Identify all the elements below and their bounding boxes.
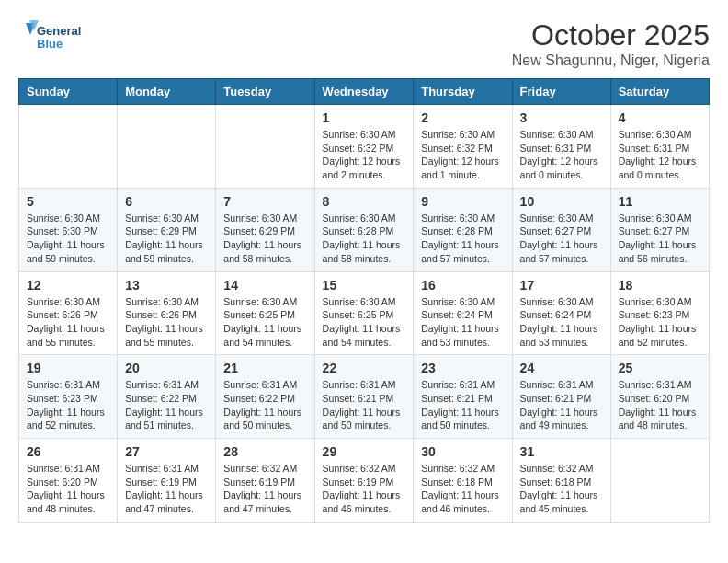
calendar-day-22: 22Sunrise: 6:31 AM Sunset: 6:21 PM Dayli… bbox=[314, 355, 414, 439]
svg-text:Blue: Blue bbox=[37, 37, 63, 51]
calendar-day-13: 13Sunrise: 6:30 AM Sunset: 6:26 PM Dayli… bbox=[118, 271, 216, 355]
logo: General Blue bbox=[18, 18, 92, 60]
day-number: 31 bbox=[520, 444, 603, 459]
day-number: 28 bbox=[223, 444, 306, 459]
day-info: Sunrise: 6:30 AM Sunset: 6:24 PM Dayligh… bbox=[520, 295, 603, 350]
day-info: Sunrise: 6:30 AM Sunset: 6:26 PM Dayligh… bbox=[125, 295, 208, 350]
day-number: 15 bbox=[323, 278, 406, 293]
calendar-empty-cell bbox=[118, 105, 216, 189]
day-number: 8 bbox=[323, 194, 406, 209]
calendar-day-18: 18Sunrise: 6:30 AM Sunset: 6:23 PM Dayli… bbox=[610, 271, 709, 355]
calendar-day-2: 2Sunrise: 6:30 AM Sunset: 6:32 PM Daylig… bbox=[414, 105, 512, 189]
calendar-day-19: 19Sunrise: 6:31 AM Sunset: 6:23 PM Dayli… bbox=[19, 355, 118, 439]
svg-text:General: General bbox=[37, 24, 81, 38]
day-number: 24 bbox=[520, 361, 603, 375]
calendar-day-15: 15Sunrise: 6:30 AM Sunset: 6:25 PM Dayli… bbox=[314, 271, 414, 355]
day-number: 26 bbox=[27, 444, 109, 459]
day-number: 14 bbox=[223, 278, 306, 293]
day-number: 1 bbox=[323, 110, 406, 125]
day-info: Sunrise: 6:32 AM Sunset: 6:18 PM Dayligh… bbox=[520, 462, 603, 516]
day-info: Sunrise: 6:31 AM Sunset: 6:23 PM Dayligh… bbox=[27, 378, 109, 432]
calendar-day-29: 29Sunrise: 6:32 AM Sunset: 6:19 PM Dayli… bbox=[314, 439, 414, 523]
day-number: 18 bbox=[619, 278, 701, 293]
month-title: October 2025 bbox=[512, 18, 710, 52]
day-info: Sunrise: 6:30 AM Sunset: 6:27 PM Dayligh… bbox=[520, 212, 603, 266]
day-info: Sunrise: 6:31 AM Sunset: 6:19 PM Dayligh… bbox=[125, 462, 208, 516]
calendar-week-row: 1Sunrise: 6:30 AM Sunset: 6:32 PM Daylig… bbox=[19, 105, 710, 189]
calendar-day-28: 28Sunrise: 6:32 AM Sunset: 6:19 PM Dayli… bbox=[216, 439, 314, 523]
weekday-header-friday: Friday bbox=[512, 79, 610, 105]
calendar-day-16: 16Sunrise: 6:30 AM Sunset: 6:24 PM Dayli… bbox=[414, 271, 512, 355]
calendar-day-12: 12Sunrise: 6:30 AM Sunset: 6:26 PM Dayli… bbox=[19, 271, 118, 355]
day-number: 30 bbox=[421, 444, 504, 459]
page-header: General Blue October 2025 New Shagunnu, … bbox=[18, 18, 710, 69]
day-info: Sunrise: 6:31 AM Sunset: 6:22 PM Dayligh… bbox=[223, 378, 306, 432]
day-number: 21 bbox=[223, 361, 306, 375]
day-info: Sunrise: 6:32 AM Sunset: 6:19 PM Dayligh… bbox=[223, 462, 306, 516]
day-number: 5 bbox=[27, 194, 109, 209]
day-number: 9 bbox=[421, 194, 504, 209]
day-number: 16 bbox=[421, 278, 504, 293]
calendar-day-11: 11Sunrise: 6:30 AM Sunset: 6:27 PM Dayli… bbox=[610, 188, 709, 271]
calendar-day-3: 3Sunrise: 6:30 AM Sunset: 6:31 PM Daylig… bbox=[512, 105, 610, 189]
calendar-day-1: 1Sunrise: 6:30 AM Sunset: 6:32 PM Daylig… bbox=[314, 105, 414, 189]
day-info: Sunrise: 6:31 AM Sunset: 6:21 PM Dayligh… bbox=[421, 378, 504, 432]
weekday-header-row: SundayMondayTuesdayWednesdayThursdayFrid… bbox=[19, 79, 710, 105]
day-info: Sunrise: 6:30 AM Sunset: 6:31 PM Dayligh… bbox=[520, 128, 603, 182]
day-info: Sunrise: 6:30 AM Sunset: 6:27 PM Dayligh… bbox=[619, 212, 701, 266]
calendar-day-31: 31Sunrise: 6:32 AM Sunset: 6:18 PM Dayli… bbox=[512, 439, 610, 523]
calendar-day-25: 25Sunrise: 6:31 AM Sunset: 6:20 PM Dayli… bbox=[610, 355, 709, 439]
day-info: Sunrise: 6:30 AM Sunset: 6:32 PM Dayligh… bbox=[421, 128, 504, 182]
day-info: Sunrise: 6:31 AM Sunset: 6:21 PM Dayligh… bbox=[520, 378, 603, 432]
day-number: 25 bbox=[619, 361, 701, 375]
day-number: 2 bbox=[421, 110, 504, 125]
day-info: Sunrise: 6:31 AM Sunset: 6:20 PM Dayligh… bbox=[27, 462, 109, 516]
weekday-header-wednesday: Wednesday bbox=[314, 79, 414, 105]
weekday-header-thursday: Thursday bbox=[414, 79, 512, 105]
day-info: Sunrise: 6:32 AM Sunset: 6:18 PM Dayligh… bbox=[421, 462, 504, 516]
day-number: 4 bbox=[619, 110, 701, 125]
day-info: Sunrise: 6:30 AM Sunset: 6:23 PM Dayligh… bbox=[619, 295, 701, 350]
calendar-day-6: 6Sunrise: 6:30 AM Sunset: 6:29 PM Daylig… bbox=[118, 188, 216, 271]
calendar-day-24: 24Sunrise: 6:31 AM Sunset: 6:21 PM Dayli… bbox=[512, 355, 610, 439]
day-info: Sunrise: 6:31 AM Sunset: 6:20 PM Dayligh… bbox=[619, 378, 701, 432]
day-info: Sunrise: 6:32 AM Sunset: 6:19 PM Dayligh… bbox=[323, 462, 406, 516]
calendar-day-8: 8Sunrise: 6:30 AM Sunset: 6:28 PM Daylig… bbox=[314, 188, 414, 271]
day-info: Sunrise: 6:30 AM Sunset: 6:24 PM Dayligh… bbox=[421, 295, 504, 350]
day-number: 29 bbox=[323, 444, 406, 459]
title-section: October 2025 New Shagunnu, Niger, Nigeri… bbox=[512, 18, 710, 69]
day-number: 22 bbox=[323, 361, 406, 375]
day-info: Sunrise: 6:30 AM Sunset: 6:29 PM Dayligh… bbox=[125, 212, 208, 266]
day-number: 27 bbox=[125, 444, 208, 459]
calendar-week-row: 26Sunrise: 6:31 AM Sunset: 6:20 PM Dayli… bbox=[19, 439, 710, 523]
day-number: 20 bbox=[125, 361, 208, 375]
day-info: Sunrise: 6:31 AM Sunset: 6:21 PM Dayligh… bbox=[323, 378, 406, 432]
day-info: Sunrise: 6:30 AM Sunset: 6:28 PM Dayligh… bbox=[323, 212, 406, 266]
calendar-empty-cell bbox=[216, 105, 314, 189]
day-info: Sunrise: 6:30 AM Sunset: 6:31 PM Dayligh… bbox=[619, 128, 701, 182]
calendar-day-9: 9Sunrise: 6:30 AM Sunset: 6:28 PM Daylig… bbox=[414, 188, 512, 271]
day-number: 17 bbox=[520, 278, 603, 293]
day-number: 3 bbox=[520, 110, 603, 125]
calendar-day-26: 26Sunrise: 6:31 AM Sunset: 6:20 PM Dayli… bbox=[19, 439, 118, 523]
day-number: 11 bbox=[619, 194, 701, 209]
calendar-day-14: 14Sunrise: 6:30 AM Sunset: 6:25 PM Dayli… bbox=[216, 271, 314, 355]
calendar-day-30: 30Sunrise: 6:32 AM Sunset: 6:18 PM Dayli… bbox=[414, 439, 512, 523]
day-info: Sunrise: 6:30 AM Sunset: 6:28 PM Dayligh… bbox=[421, 212, 504, 266]
calendar-table: SundayMondayTuesdayWednesdayThursdayFrid… bbox=[18, 78, 710, 523]
day-info: Sunrise: 6:31 AM Sunset: 6:22 PM Dayligh… bbox=[125, 378, 208, 432]
calendar-day-10: 10Sunrise: 6:30 AM Sunset: 6:27 PM Dayli… bbox=[512, 188, 610, 271]
day-info: Sunrise: 6:30 AM Sunset: 6:29 PM Dayligh… bbox=[223, 212, 306, 266]
calendar-day-17: 17Sunrise: 6:30 AM Sunset: 6:24 PM Dayli… bbox=[512, 271, 610, 355]
day-number: 12 bbox=[27, 278, 109, 293]
day-number: 6 bbox=[125, 194, 208, 209]
calendar-day-20: 20Sunrise: 6:31 AM Sunset: 6:22 PM Dayli… bbox=[118, 355, 216, 439]
day-info: Sunrise: 6:30 AM Sunset: 6:26 PM Dayligh… bbox=[27, 295, 109, 350]
calendar-week-row: 19Sunrise: 6:31 AM Sunset: 6:23 PM Dayli… bbox=[19, 355, 710, 439]
day-number: 23 bbox=[421, 361, 504, 375]
day-number: 19 bbox=[27, 361, 109, 375]
day-info: Sunrise: 6:30 AM Sunset: 6:30 PM Dayligh… bbox=[27, 212, 109, 266]
calendar-day-5: 5Sunrise: 6:30 AM Sunset: 6:30 PM Daylig… bbox=[19, 188, 118, 271]
day-info: Sunrise: 6:30 AM Sunset: 6:32 PM Dayligh… bbox=[323, 128, 406, 182]
calendar-day-21: 21Sunrise: 6:31 AM Sunset: 6:22 PM Dayli… bbox=[216, 355, 314, 439]
